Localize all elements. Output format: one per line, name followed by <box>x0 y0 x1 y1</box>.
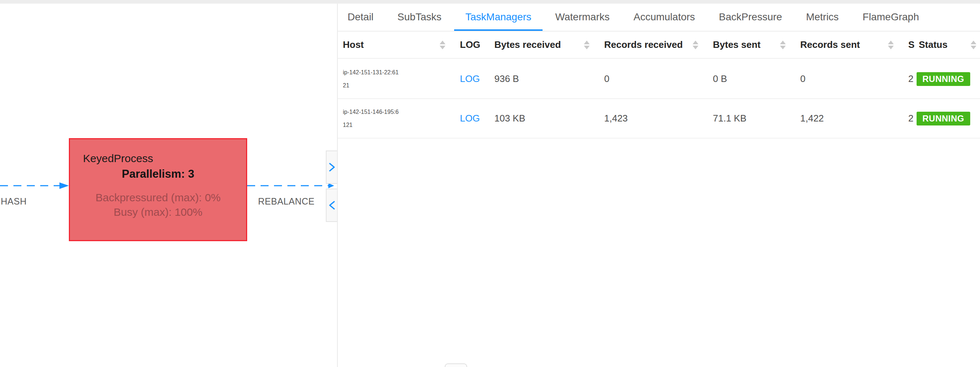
sort-icon[interactable] <box>780 41 786 49</box>
task-detail-pane: Detail SubTasks TaskManagers Watermarks … <box>338 4 980 367</box>
outgoing-edge <box>247 182 336 193</box>
chevron-left-icon <box>328 199 336 211</box>
expand-pane-button[interactable] <box>326 150 337 184</box>
status-cell: RUNNING <box>916 99 980 138</box>
column-header-bytes-received[interactable]: Bytes received <box>494 39 604 50</box>
column-header-clipped: S <box>908 39 916 50</box>
clipped-cell: 2 <box>908 73 916 85</box>
bytes-received-cell: 936 B <box>494 73 604 85</box>
status-cell: RUNNING <box>916 59 980 98</box>
table-row: ip-142-151-146-195:6 121 LOG 103 KB 1,42… <box>338 99 980 139</box>
log-link[interactable]: LOG <box>460 113 480 124</box>
page-top-strip <box>0 0 980 4</box>
table-row: ip-142-151-131-22:61 21 LOG 936 B 0 0 B … <box>338 59 980 99</box>
edge-label-hash: HASH <box>1 196 27 207</box>
partial-button[interactable] <box>445 363 467 367</box>
clipped-cell: 2 <box>908 113 916 124</box>
tab-flamegraph[interactable]: FlameGraph <box>851 4 930 31</box>
records-received-cell: 0 <box>604 73 713 85</box>
flink-job-page: HASH KeyedProcess Parallelism: 3 Backpre… <box>0 0 980 367</box>
column-header-bytes-sent[interactable]: Bytes sent <box>713 39 800 50</box>
tab-metrics[interactable]: Metrics <box>795 4 850 31</box>
host-cell: ip-142-151-131-22:61 21 <box>343 66 460 92</box>
tab-subtasks[interactable]: SubTasks <box>387 4 453 31</box>
tab-taskmanagers[interactable]: TaskManagers <box>454 4 542 31</box>
tab-accumulators[interactable]: Accumulators <box>622 4 706 31</box>
job-graph-pane: HASH KeyedProcess Parallelism: 3 Backpre… <box>0 4 337 367</box>
log-link[interactable]: LOG <box>460 73 480 84</box>
edge-label-rebalance: REBALANCE <box>258 196 315 207</box>
sort-icon[interactable] <box>584 41 590 49</box>
sort-icon[interactable] <box>970 41 976 49</box>
column-header-log: LOG <box>460 39 494 50</box>
column-header-host[interactable]: Host <box>343 39 460 50</box>
records-received-cell: 1,423 <box>604 113 713 124</box>
job-node-keyedprocess[interactable]: KeyedProcess Parallelism: 3 Backpressure… <box>69 138 247 241</box>
tab-detail[interactable]: Detail <box>336 4 385 31</box>
detail-tab-bar: Detail SubTasks TaskManagers Watermarks … <box>336 4 980 31</box>
incoming-edge <box>0 182 73 193</box>
sort-icon[interactable] <box>888 41 894 49</box>
node-title: KeyedProcess <box>83 152 153 164</box>
collapse-pane-button[interactable] <box>326 188 337 222</box>
records-sent-cell: 0 <box>800 73 908 85</box>
column-header-records-received[interactable]: Records received <box>604 39 713 50</box>
tab-backpressure[interactable]: BackPressure <box>708 4 793 31</box>
tab-watermarks[interactable]: Watermarks <box>544 4 621 31</box>
bytes-sent-cell: 0 B <box>713 73 800 85</box>
records-sent-cell: 1,422 <box>800 113 908 124</box>
table-body: ip-142-151-131-22:61 21 LOG 936 B 0 0 B … <box>338 59 980 139</box>
node-backpressured: Backpressured (max): 0% <box>70 191 246 204</box>
table-header-row: Host LOG Bytes received Records received… <box>338 32 980 59</box>
node-busy: Busy (max): 100% <box>70 206 246 218</box>
column-header-records-sent[interactable]: Records sent <box>800 39 908 50</box>
status-badge: RUNNING <box>916 72 970 86</box>
chevron-right-icon <box>328 161 336 173</box>
sort-icon[interactable] <box>693 41 698 49</box>
status-badge: RUNNING <box>916 112 970 126</box>
bytes-received-cell: 103 KB <box>494 113 604 124</box>
host-cell: ip-142-151-146-195:6 121 <box>343 105 460 132</box>
node-parallelism: Parallelism: 3 <box>70 168 246 180</box>
bytes-sent-cell: 71.1 KB <box>713 113 800 124</box>
column-header-status[interactable]: Status <box>916 32 980 58</box>
sort-icon[interactable] <box>440 41 445 49</box>
